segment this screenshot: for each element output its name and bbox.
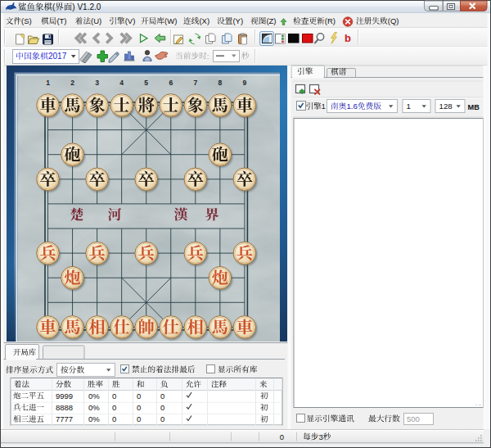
svg-text:1.6: 1.6 [346,102,357,111]
svg-text:6: 6 [169,79,173,87]
svg-text:(R): (R) [325,16,336,25]
svg-text:b: b [345,32,351,44]
svg-text:(Y): (Y) [232,16,243,25]
svg-text:0: 0 [137,414,141,423]
svg-text:(W): (W) [164,16,177,25]
svg-text:5: 5 [144,79,148,87]
svg-text::: : [207,52,209,61]
svg-text:0: 0 [112,403,116,412]
svg-text:0: 0 [137,403,141,412]
svg-text:(X): (X) [199,16,209,25]
svg-text:9999: 9999 [56,391,73,400]
svg-text:3: 3 [95,79,99,87]
svg-text:0%: 0% [88,403,100,412]
svg-text:3: 3 [318,432,322,441]
svg-text:(U): (U) [91,16,101,25]
svg-text:0: 0 [112,391,116,400]
svg-text:0: 0 [137,391,141,400]
svg-text:8888: 8888 [56,403,73,412]
svg-text:2: 2 [70,79,74,87]
svg-text:8: 8 [218,79,223,87]
svg-text:0%: 0% [88,414,100,423]
svg-text:0: 0 [160,391,164,400]
svg-text:0%: 0% [88,391,100,400]
svg-text:1: 1 [322,102,326,111]
svg-text:(S): (S) [21,16,32,25]
svg-text:0: 0 [160,403,164,412]
svg-text:2017: 2017 [48,52,67,61]
svg-text:128: 128 [439,102,453,111]
svg-text:0: 0 [280,432,284,441]
svg-text:) V1.2.0: ) V1.2.0 [72,2,101,11]
svg-text:500: 500 [407,414,420,423]
svg-text:4: 4 [119,79,124,87]
svg-text:(Q): (Q) [388,16,399,25]
svg-text:1: 1 [46,79,50,87]
svg-text:1: 1 [407,102,411,111]
svg-text:9: 9 [243,79,247,87]
svg-text:(Z): (Z) [266,16,276,25]
svg-text:7: 7 [193,79,197,87]
svg-text:7777: 7777 [56,414,73,423]
svg-text:0: 0 [160,414,164,423]
svg-text:MB: MB [468,103,480,111]
svg-text:(V): (V) [125,16,136,25]
svg-text:0: 0 [112,414,116,423]
svg-text:(T): (T) [56,16,66,25]
